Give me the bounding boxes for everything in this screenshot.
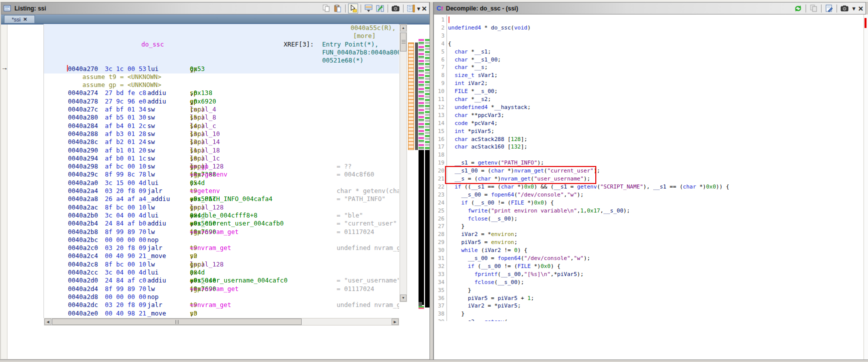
re-decompile-icon[interactable] xyxy=(793,4,803,14)
overview-margin-bar[interactable] xyxy=(415,42,418,150)
scroll-down-icon[interactable]: ▼ xyxy=(400,294,407,302)
decompile-menu-dropdown-icon[interactable]: ▼ xyxy=(851,6,857,12)
overview-margin-stripes-1[interactable] xyxy=(419,39,424,150)
listing-row[interactable]: 0040a2cc3c 04 00 4dluia0,0x4d xyxy=(44,268,399,277)
decompile-line[interactable]: } xyxy=(448,286,471,294)
decompile-line[interactable]: FILE *__s_00; xyxy=(448,88,497,96)
listing-close-icon[interactable]: ✕ xyxy=(422,5,427,12)
table-fields-icon[interactable] xyxy=(364,4,374,14)
listing-row[interactable]: 0040a27427 bd fe c8addiusp,sp,-0x138 xyxy=(44,89,399,98)
listing-row[interactable]: 0040a288af b3 01 28sws3,local_10(sp) xyxy=(44,130,399,138)
scroll-up-icon[interactable]: ▲ xyxy=(400,24,407,32)
decompile-line[interactable]: undefined4 * do_ssc(void) xyxy=(448,24,531,32)
listing-header-row[interactable]: do_sscXREF[3]:Entry Point(*), xyxy=(44,40,399,49)
decompile-line[interactable]: __s1 = getenv("PATH_INFO"); xyxy=(448,159,544,167)
decompile-line[interactable]: } xyxy=(448,310,464,318)
decompile-line[interactable]: code *pcVar4; xyxy=(448,120,497,128)
decompile-line[interactable]: iVar2 = *piVar5; xyxy=(448,302,521,310)
decompile-line[interactable]: undefined4 *__haystack; xyxy=(448,104,531,112)
decompile-line[interactable]: } xyxy=(448,222,464,230)
listing-row[interactable]: 0040a2c400 40 90 21_moves2,v0 xyxy=(44,252,399,260)
decompile-line[interactable]: if (__s_00 != (FILE *)0x0) { xyxy=(448,199,554,207)
listing-row[interactable]: 0040a2e000 40 98 21_moves3,v0 xyxy=(44,310,399,318)
scroll-left-icon[interactable]: ◀ xyxy=(44,318,51,325)
copy-icon[interactable] xyxy=(321,4,331,14)
paste-icon[interactable] xyxy=(333,4,343,14)
cursor-select-icon[interactable] xyxy=(348,4,358,14)
decompile-line[interactable]: fwrite("print environ variable\n",1,0x17… xyxy=(448,207,630,215)
decompile-line[interactable]: while (iVar2 != 0) { xyxy=(448,246,527,254)
listing-row[interactable]: 0040a2c003 20 f8 09jalrt9=>nvram_getunde… xyxy=(44,244,399,252)
decompile-line[interactable]: iVar2 = *environ; xyxy=(448,230,517,238)
listing-panel-titlebar[interactable]: Listing: ssi ▾ ✕ xyxy=(1,2,430,14)
scroll-right-icon[interactable]: ▶ xyxy=(392,318,399,325)
listing-header-row[interactable]: assume gp = <UNKNOWN> xyxy=(44,81,399,90)
overview-margin-blocks[interactable] xyxy=(408,42,414,150)
decompile-line[interactable]: { xyxy=(448,40,451,48)
overview-margin-black-1[interactable] xyxy=(419,150,424,305)
listing-row[interactable]: 0040a2a403 20 f8 09jalrt9=>getenvchar * … xyxy=(44,187,399,196)
listing-row[interactable]: 0040a29c8f 99 8c 78lwt9,-0x7388(gp)=>->g… xyxy=(44,170,399,179)
listing-row[interactable]: 0040a2d800 00 00 00nop xyxy=(44,293,399,302)
copy-icon[interactable] xyxy=(809,4,819,14)
listing-marker-margin[interactable] xyxy=(1,24,7,359)
listing-row[interactable]: 0040a290af b1 01 20sws1,local_18(sp) xyxy=(44,146,399,155)
decompile-line[interactable]: char acStack160 [132]; xyxy=(448,143,527,151)
listing-row[interactable]: 0040a2a826 a4 af a4_addiua0=>s_PATH_INFO… xyxy=(44,195,399,204)
decompile-line[interactable]: fclose(__s_00); xyxy=(448,215,517,223)
decompile-code[interactable]: undefined4 * do_ssc(void){ char *__s1; c… xyxy=(448,15,863,321)
listing-row[interactable]: 0040a2b03c 04 00 4dluia0=>s_ble_004cfff8… xyxy=(44,212,399,220)
listing-header-row[interactable]: assume t9 = <UNKNOWN> xyxy=(44,73,399,82)
decompile-line[interactable]: fclose(__s_00); xyxy=(448,278,524,286)
tab-ssi[interactable]: *ssi ✕ xyxy=(4,15,35,24)
decompile-line[interactable]: fprintf(__s_00,"[%s]\n",*piVar5); xyxy=(448,270,584,278)
snapshot-camera-icon[interactable] xyxy=(391,4,401,14)
listing-row[interactable]: 0040a280af b5 01 30sws5,local_8(sp) xyxy=(44,114,399,122)
export-edit-icon[interactable] xyxy=(824,4,834,14)
listing-row[interactable]: 0040a2d48f 99 89 70lwt9,-0x7690(gp)=>->n… xyxy=(44,285,399,294)
snapshot-camera-icon[interactable] xyxy=(840,4,850,14)
listing-header-row[interactable]: 0040a55c(R), xyxy=(44,24,399,32)
decompile-line[interactable]: __s2 = getenv( xyxy=(448,318,507,321)
diff-view-icon[interactable] xyxy=(375,4,385,14)
decompile-line[interactable]: __s1_00 = (char *)nvram_get("current_use… xyxy=(448,167,600,175)
listing-row[interactable]: 0040a27827 9c 96 e0addiugp,gp,-0x6920 xyxy=(44,98,399,106)
listing-header-row[interactable]: [more] xyxy=(44,32,399,40)
decompile-line[interactable]: piVar5 = environ; xyxy=(448,238,517,246)
decompile-line[interactable]: int iVar2; xyxy=(448,80,488,88)
decompile-line[interactable]: piVar5 = piVar5 + 1; xyxy=(448,294,534,302)
decompile-line[interactable]: char acStack288 [128]; xyxy=(448,136,527,144)
listing-menu-dropdown-icon[interactable]: ▾ xyxy=(418,6,421,12)
edit-listing-fields-icon[interactable] xyxy=(406,4,416,14)
listing-row[interactable]: 0040a27caf bf 01 34swra,local_4(sp) xyxy=(44,106,399,114)
decompile-line[interactable]: __s_00 = fopen64("/dev/console","w"); xyxy=(448,254,590,262)
listing-row[interactable]: 0040a2b424 84 af b0addiua0=>s_current_us… xyxy=(44,220,399,228)
panel-splitter[interactable] xyxy=(430,2,434,360)
listing-row[interactable]: 0040a28caf b2 01 24sws2,local_14(sp) xyxy=(44,138,399,146)
decompile-close-icon[interactable]: ✕ xyxy=(858,5,864,12)
decompile-line[interactable]: size_t sVar1; xyxy=(448,72,497,80)
decompile-line[interactable]: int *piVar5; xyxy=(448,128,494,136)
listing-row[interactable]: 0040a2a03c 15 00 4dluis5,0x4d xyxy=(44,179,399,188)
listing-row[interactable]: 0040a294af b0 01 1csws0,local_1c(sp) xyxy=(44,154,399,163)
listing-header-row[interactable]: 00521e68(*) xyxy=(44,56,399,65)
decompile-scrollbar-track[interactable] xyxy=(864,14,868,360)
listing-header-row[interactable]: FUN_0040a7b8:0040a800(c) xyxy=(44,48,399,57)
listing-row[interactable]: 0040a2ac8f bc 00 10lwgp,local_128(sp) xyxy=(44,204,399,212)
listing-row[interactable]: 0040a2bc00 00 00 00nop xyxy=(44,236,399,244)
listing-row[interactable]: 0040a298af bc 00 10swgp=>_gp,local_128(s… xyxy=(44,162,399,171)
decompile-panel-titlebar[interactable]: Cf Decompile: do_ssc - (ssi) ▼ ✕ xyxy=(434,2,866,14)
decompile-line[interactable]: __s_00 = fopen64("/dev/console","w"); xyxy=(448,191,584,199)
listing-row[interactable]: 0040a2b88f 99 89 70lwt9,-0x7690(gp)=>->n… xyxy=(44,228,399,236)
decompile-line[interactable]: char *__s; xyxy=(448,64,488,72)
vertical-scroll-thumb[interactable] xyxy=(400,32,407,52)
tab-close-icon[interactable]: ✕ xyxy=(23,17,27,22)
horizontal-scroll-thumb[interactable] xyxy=(52,318,302,325)
decompile-line[interactable]: if ((__s1 == (char *)0x0) && (__s1 = get… xyxy=(448,183,729,191)
decompile-line[interactable]: if (__s_00 != (FILE *)0x0) { xyxy=(448,262,560,270)
decompile-line[interactable]: __s = (char *)nvram_get("user_username")… xyxy=(448,175,590,183)
listing-row[interactable]: 0040a284af b4 01 2csws4,local_c(sp) xyxy=(44,122,399,130)
decompile-line[interactable]: char *__s2; xyxy=(448,96,491,104)
listing-row[interactable]: 0040a2d024 84 af c0addiua0=>s_user_usern… xyxy=(44,276,399,285)
listing-content[interactable]: 0040a55c(R),[more]do_sscXREF[3]:Entry Po… xyxy=(44,24,399,318)
